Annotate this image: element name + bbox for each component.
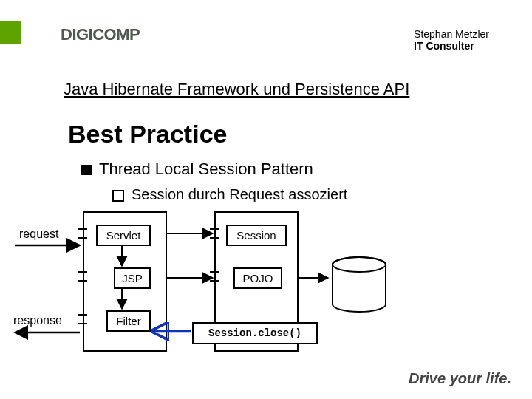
square-bullet-icon [81, 165, 92, 175]
filter-box: Filter [106, 310, 151, 332]
session-close-box: Session.close() [192, 322, 318, 344]
bullet-level1: Thread Local Session Pattern [81, 160, 313, 179]
response-label: response [13, 314, 62, 327]
author-block: Stephan Metzler IT Consulter [414, 28, 489, 52]
servlet-box: Servlet [96, 225, 151, 246]
accent-bar [0, 21, 21, 44]
tagline: Drive your life. [409, 370, 511, 387]
jsp-box: JSP [114, 267, 151, 289]
brand-logo: DIGICOMP [61, 25, 140, 44]
page-topic: Java Hibernate Framework und Persistence… [64, 80, 409, 99]
bullet2-text: Session durch Request assoziert [132, 186, 347, 202]
bullet-level2: Session durch Request assoziert [112, 186, 347, 203]
hollow-square-bullet-icon [112, 190, 124, 202]
bullet1-text: Thread Local Session Pattern [99, 160, 313, 178]
page-title: Best Practice [68, 120, 227, 149]
session-box: Session [226, 225, 287, 246]
database-icon [330, 256, 389, 313]
author-role: IT Consulter [414, 40, 489, 52]
request-label: request [19, 228, 58, 241]
author-name: Stephan Metzler [414, 28, 489, 40]
pojo-box: POJO [233, 267, 282, 289]
architecture-diagram: request response Servlet JSP Filter Sess… [0, 207, 532, 384]
